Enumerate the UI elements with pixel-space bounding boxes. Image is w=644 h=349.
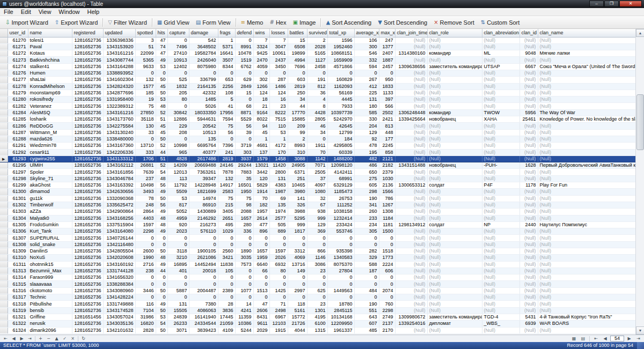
cell-frags[interactable]: 41 xyxy=(218,103,235,109)
cell-losses[interactable]: 11420 xyxy=(269,162,288,169)
cell-user_id[interactable]: 61299 xyxy=(8,182,28,189)
scroll-up-icon[interactable]: ▲ xyxy=(636,29,644,37)
cell-max_xp[interactable]: 448 xyxy=(379,129,395,136)
cell-survived[interactable]: 4 xyxy=(307,96,327,103)
cell-average_xp[interactable]: 329 xyxy=(354,255,379,261)
cell-name[interactable]: stalker41 xyxy=(28,63,72,70)
cell-survived[interactable]: 2028 xyxy=(307,43,327,50)
cell-clan_join_time[interactable]: (Null) xyxy=(395,169,427,175)
cell-battles[interactable]: 326 xyxy=(288,202,307,208)
previous-record-button[interactable]: ◀ xyxy=(10,335,18,342)
cell-capture[interactable]: 965 xyxy=(167,149,189,155)
cell-clan_name[interactable]: (Null) xyxy=(538,241,635,248)
cell-clan_name[interactable]: 4-й Танковый Корпус "Iron RaTs" xyxy=(538,314,635,320)
cell-clan_id[interactable]: (Null) xyxy=(519,37,538,43)
column-header-average_xp[interactable]: average_xp xyxy=(354,29,379,37)
cell-frags[interactable]: 17445 xyxy=(218,314,235,320)
cell-registered[interactable]: 1281652736 xyxy=(72,261,103,268)
cell-clan_name[interactable]: (Null) xyxy=(538,77,635,83)
cell-losses[interactable]: 6967 xyxy=(269,314,288,320)
cell-clan_abreviation[interactable]: NP xyxy=(482,221,519,228)
cell-battles[interactable]: 209 xyxy=(288,123,307,129)
cell-max_xp[interactable]: 397 xyxy=(379,96,395,103)
cell-total_xp[interactable]: 6329129 xyxy=(327,182,354,189)
cell-updated[interactable]: 1337515904 xyxy=(103,221,135,228)
cell-hits[interactable]: 53 xyxy=(156,314,167,320)
cell-clan_id[interactable]: (Null) xyxy=(519,281,538,287)
cell-max_xp[interactable]: 2298 xyxy=(379,307,395,314)
cell-clan_join_time[interactable]: (Null) xyxy=(395,261,427,268)
cell-name[interactable]: ckotomoto xyxy=(28,287,72,294)
cell-registered[interactable]: 1281652736 xyxy=(72,96,103,103)
cell-clan_join_time[interactable]: 1339254016 xyxy=(395,321,427,327)
cell-damage[interactable]: 2146292 xyxy=(189,215,218,221)
cell-hits[interactable]: 53 xyxy=(156,63,167,70)
cell-damage[interactable]: 2004487 xyxy=(189,287,218,294)
cell-spotted[interactable]: 13710 xyxy=(135,143,156,149)
cell-losses[interactable]: 2026 xyxy=(269,255,288,261)
cell-frags[interactable]: 2819 xyxy=(218,155,235,162)
cell-clan_role[interactable]: (Null) xyxy=(427,255,482,261)
cell-capture[interactable]: 5509 xyxy=(167,189,189,195)
cell-user_id[interactable]: 61286 xyxy=(8,123,28,129)
cell-name[interactable]: Wiedzmin78 xyxy=(28,143,72,149)
cell-clan_id[interactable]: (Null) xyxy=(519,70,538,76)
cell-user_id[interactable]: 61304 xyxy=(8,215,28,221)
column-header-battles[interactable]: battles xyxy=(288,29,307,37)
cell-frags[interactable]: 0 xyxy=(218,235,235,241)
cell-battles[interactable]: 99 xyxy=(288,129,307,136)
table-row[interactable]: 61311ohotnnik151281652736134316019227164… xyxy=(0,261,635,268)
cell-clan_join_time[interactable]: (Null) xyxy=(395,215,427,221)
cell-clan_abreviation[interactable]: (Null) xyxy=(482,149,519,155)
cell-total_xp[interactable]: 111252 xyxy=(327,202,354,208)
cell-damage[interactable]: 14974 xyxy=(189,195,218,202)
cell-losses[interactable]: 12103 xyxy=(269,321,288,327)
cell-capture[interactable]: 10913 xyxy=(167,57,189,63)
cell-survived[interactable]: 70 xyxy=(307,149,327,155)
cell-damage[interactable]: 20669488 xyxy=(189,162,218,169)
cell-clan_role[interactable]: (Null) xyxy=(427,129,482,136)
cell-clan_join_time[interactable]: (Null) xyxy=(395,70,427,76)
cell-frags[interactable]: 16641 xyxy=(218,50,235,57)
cell-clan_abreviation[interactable]: (Null) xyxy=(482,327,519,333)
custom-sort-button[interactable]: ⇅Custom Sort xyxy=(478,18,523,27)
cell-losses[interactable]: 71 xyxy=(269,301,288,307)
cell-survived[interactable]: 1301 xyxy=(307,307,327,314)
cell-losses[interactable]: 1458 xyxy=(269,155,288,162)
cell-total_xp[interactable]: 0 xyxy=(327,235,354,241)
cell-capture[interactable]: 0 xyxy=(167,136,189,142)
cell-registered[interactable]: 1281652736 xyxy=(72,116,103,123)
cell-spotted[interactable]: 31986 xyxy=(135,314,156,320)
memo-button[interactable]: ≡Memo xyxy=(238,18,267,27)
cell-max_xp[interactable]: 813 xyxy=(379,123,395,129)
grid-view-button[interactable]: ▦Grid View xyxy=(154,18,193,27)
cell-frags[interactable]: 3507 xyxy=(218,57,235,63)
cell-survived[interactable]: 2505 xyxy=(307,169,327,175)
cell-clan_id[interactable]: (Null) xyxy=(519,90,538,96)
cell-wins[interactable]: 13021 xyxy=(253,162,269,169)
cell-battles[interactable]: 6508 xyxy=(288,43,307,50)
cell-hits[interactable]: 49 xyxy=(156,228,167,235)
cell-total_xp[interactable]: 42645 xyxy=(327,123,354,129)
cell-clan_abreviation[interactable]: (Null) xyxy=(482,175,519,182)
table-row[interactable]: 61297Spoler12816527361343161856763954120… xyxy=(0,169,635,175)
cell-spotted[interactable]: 0 xyxy=(135,294,156,301)
cell-total_xp[interactable]: 4295805 xyxy=(327,143,354,149)
cell-survived[interactable]: 2805 xyxy=(307,116,327,123)
cell-name[interactable]: bensib xyxy=(28,307,72,314)
cell-battles[interactable]: 3088 xyxy=(288,155,307,162)
cell-average_xp[interactable]: 267 xyxy=(354,77,379,83)
cell-max_xp[interactable]: 0 xyxy=(379,274,395,281)
cell-average_xp[interactable]: 282 xyxy=(354,248,379,255)
table-row[interactable]: 61284AlesMSQ1281652736134316121627850523… xyxy=(0,109,635,116)
cell-max_xp[interactable]: 1377 xyxy=(379,43,395,50)
cell-name[interactable]: tolesi1 xyxy=(28,37,72,43)
cell-survived[interactable]: 4428 xyxy=(307,109,327,116)
cell-damage[interactable]: 6695764 xyxy=(189,143,218,149)
cell-clan_id[interactable]: (Null) xyxy=(519,261,538,268)
cell-battles[interactable]: 13716 xyxy=(288,261,307,268)
cell-clan_join_time[interactable]: (Null) xyxy=(395,281,427,287)
cell-updated[interactable]: 1343173760 xyxy=(103,116,135,123)
cell-clan_name[interactable]: (Null) xyxy=(538,202,635,208)
cell-frags[interactable]: 1029 xyxy=(218,228,235,235)
